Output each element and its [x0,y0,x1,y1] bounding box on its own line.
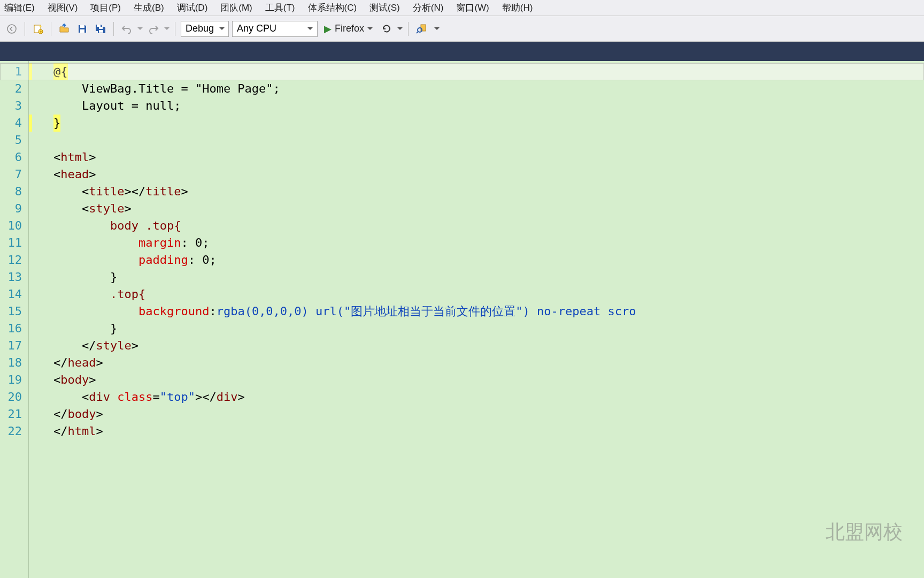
menu-project[interactable]: 项目(P) [90,2,121,14]
svg-rect-3 [80,25,84,28]
redo-dropdown-icon[interactable] [164,27,170,30]
code-line[interactable]: ViewBag.Title = "Home Page"; [53,80,924,97]
line-number-gutter: 1 2 3 4 5 6 7 8 9 10 11 12 13 14 15 16 1… [0,61,29,578]
line-number: 13 [0,269,28,286]
toolbar: Debug Any CPU ▶ Firefox [0,16,924,42]
line-number: 2 [0,80,28,97]
menubar: 编辑(E) 视图(V) 项目(P) 生成(B) 调试(D) 团队(M) 工具(T… [0,0,924,16]
line-number: 6 [0,149,28,166]
line-number: 18 [0,354,28,371]
menu-team[interactable]: 团队(M) [220,2,252,14]
code-line[interactable]: @{ [53,63,924,80]
code-line[interactable]: </html> [53,423,924,440]
menu-help[interactable]: 帮助(H) [502,2,533,14]
menu-debug[interactable]: 调试(D) [177,2,208,14]
line-number: 5 [0,132,28,149]
menu-test[interactable]: 测试(S) [369,2,400,14]
line-number: 22 [0,423,28,440]
code-editor[interactable]: 1 2 3 4 5 6 7 8 9 10 11 12 13 14 15 16 1… [0,61,924,578]
save-button[interactable] [75,21,90,36]
save-all-button[interactable] [93,21,108,36]
svg-rect-5 [97,25,101,27]
code-line[interactable]: <div class="top"></div> [53,389,924,406]
line-number: 11 [0,234,28,252]
solution-config-dropdown[interactable]: Debug [181,21,229,37]
code-line[interactable]: </body> [53,406,924,423]
code-line[interactable]: </head> [53,354,924,371]
line-number: 10 [0,217,28,234]
code-line[interactable]: <body> [53,371,924,389]
toolbar-separator [51,22,51,36]
menu-build[interactable]: 生成(B) [134,2,164,14]
menu-tools[interactable]: 工具(T) [265,2,295,14]
undo-button[interactable] [119,21,134,36]
play-icon: ▶ [324,23,332,35]
solution-platform-dropdown[interactable]: Any CPU [232,21,318,37]
code-line[interactable]: margin: 0; [53,234,924,252]
toolbar-separator [25,22,25,36]
line-number: 17 [0,337,28,354]
code-surface[interactable]: @{ ViewBag.Title = "Home Page"; Layout =… [32,61,924,578]
line-number: 4 [0,115,28,132]
chevron-down-icon [367,27,373,30]
menu-window[interactable]: 窗口(W) [456,2,489,14]
toolbar-separator [175,22,175,36]
chevron-down-icon [219,27,225,30]
line-number: 19 [0,371,28,389]
menu-edit[interactable]: 编辑(E) [4,2,35,14]
redo-button[interactable] [146,21,161,36]
toolbar-overflow-icon[interactable] [434,27,440,30]
find-button[interactable] [414,21,429,36]
line-number: 12 [0,252,28,269]
code-line[interactable]: } [53,115,924,132]
solution-platform-label: Any CPU [237,23,276,34]
line-number: 15 [0,303,28,320]
menu-view[interactable]: 视图(V) [48,2,78,14]
svg-rect-7 [99,30,103,33]
menu-analyze[interactable]: 分析(N) [413,2,444,14]
code-line[interactable]: .top{ [53,286,924,303]
code-line[interactable]: <head> [53,166,924,183]
toolbar-separator [408,22,409,36]
refresh-dropdown-icon[interactable] [397,27,403,30]
menu-architecture[interactable]: 体系结构(C) [308,2,357,14]
line-number: 7 [0,166,28,183]
open-file-button[interactable] [57,21,72,36]
code-line[interactable]: body .top{ [53,217,924,234]
code-line[interactable]: } [53,269,924,286]
code-line[interactable]: </style> [53,337,924,354]
svg-point-0 [7,25,16,33]
watermark: 北盟网校 [826,523,903,541]
run-button[interactable]: ▶ Firefox [321,21,376,37]
code-line[interactable]: } [53,320,924,337]
svg-rect-4 [80,29,84,33]
code-line[interactable] [53,132,924,149]
line-number: 3 [0,97,28,115]
line-number: 21 [0,406,28,423]
line-number: 8 [0,183,28,200]
line-number: 16 [0,320,28,337]
document-well-tabstrip [0,42,924,61]
code-line[interactable]: padding: 0; [53,252,924,269]
nav-back-button[interactable] [4,21,19,36]
toolbar-separator [113,22,114,36]
chevron-down-icon [307,27,313,30]
line-number: 20 [0,389,28,406]
new-item-button[interactable] [30,21,45,36]
line-number: 9 [0,200,28,217]
code-line[interactable]: <title></title> [53,183,924,200]
line-number: 14 [0,286,28,303]
line-number: 1 [0,63,28,80]
code-line[interactable]: Layout = null; [53,97,924,115]
svg-rect-6 [99,27,103,29]
solution-config-label: Debug [186,23,214,34]
code-line[interactable]: <html> [53,149,924,166]
undo-dropdown-icon[interactable] [137,27,143,30]
code-line[interactable]: background:rgba(0,0,0,0) url("图片地址相当于当前文… [53,303,924,320]
run-browser-label: Firefox [335,23,364,34]
code-line[interactable]: <style> [53,200,924,217]
refresh-button[interactable] [379,21,394,36]
